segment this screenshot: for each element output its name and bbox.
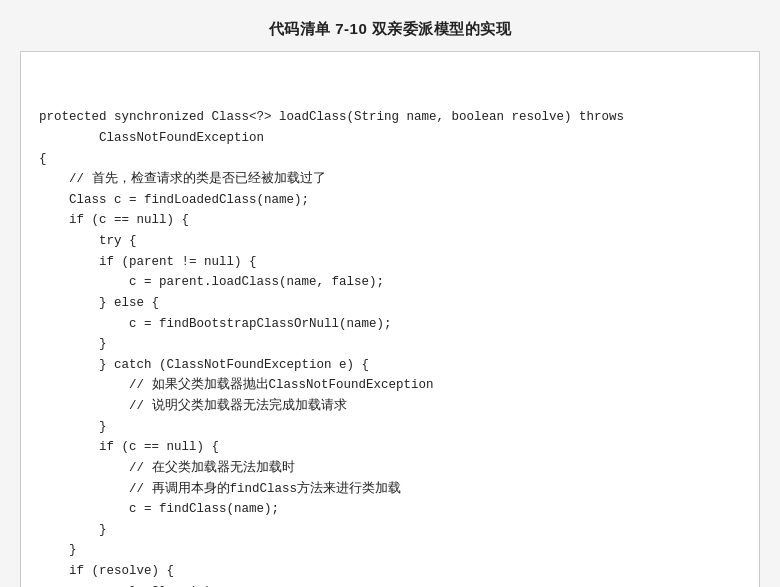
code-line: c = findClass(name); <box>39 499 741 520</box>
code-line: if (parent != null) { <box>39 252 741 273</box>
code-line: } catch (ClassNotFoundException e) { <box>39 355 741 376</box>
code-line: protected synchronized Class<?> loadClas… <box>39 107 741 128</box>
code-line: // 再调用本身的findClass方法来进行类加载 <box>39 479 741 500</box>
code-line: } else { <box>39 293 741 314</box>
code-line: try { <box>39 231 741 252</box>
code-line: // 在父类加载器无法加载时 <box>39 458 741 479</box>
code-line: if (c == null) { <box>39 437 741 458</box>
code-line: } <box>39 334 741 355</box>
code-line: // 说明父类加载器无法完成加载请求 <box>39 396 741 417</box>
code-line: } <box>39 520 741 541</box>
code-line: } <box>39 417 741 438</box>
code-line: c = parent.loadClass(name, false); <box>39 272 741 293</box>
code-line: if (resolve) { <box>39 561 741 582</box>
page-container: 代码清单 7-10 双亲委派模型的实现 protected synchroniz… <box>0 0 780 587</box>
code-line: c = findBootstrapClassOrNull(name); <box>39 314 741 335</box>
code-line: { <box>39 149 741 170</box>
code-block: protected synchronized Class<?> loadClas… <box>20 51 760 587</box>
code-line: resolveClass(c); <box>39 582 741 587</box>
code-line: Class c = findLoadedClass(name); <box>39 190 741 211</box>
code-line: // 首先，检查请求的类是否已经被加载过了 <box>39 169 741 190</box>
code-line: if (c == null) { <box>39 210 741 231</box>
code-line: } <box>39 540 741 561</box>
code-line: ClassNotFoundException <box>39 128 741 149</box>
title-bar: 代码清单 7-10 双亲委派模型的实现 <box>20 20 760 39</box>
code-line: // 如果父类加载器抛出ClassNotFoundException <box>39 375 741 396</box>
page-title: 代码清单 7-10 双亲委派模型的实现 <box>269 20 512 37</box>
